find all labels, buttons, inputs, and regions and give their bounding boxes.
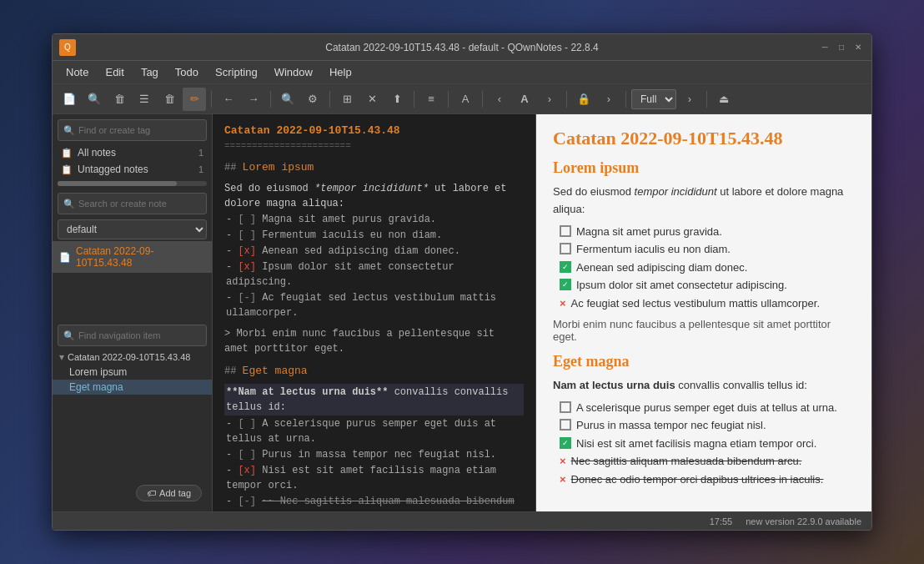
close-panel-button[interactable]: ✕: [360, 88, 384, 111]
preview-list-item: × Nec sagittis aliquam malesuada bibendu…: [560, 453, 855, 470]
find-button[interactable]: 🔍: [276, 88, 299, 111]
editor-pane: Catatan 2022-09-10T15.43.48 ============…: [213, 114, 536, 511]
font-button[interactable]: A: [513, 88, 536, 111]
menu-scripting[interactable]: Scripting: [208, 64, 264, 80]
note-icon: 📄: [59, 252, 71, 263]
sidebar: 🔍 📋 All notes 1 📋 Untagged notes 1 🔍: [53, 114, 213, 511]
replace-button[interactable]: ⚙: [301, 88, 324, 111]
menu-window[interactable]: Window: [268, 64, 319, 80]
checkbox-unchecked: [560, 419, 571, 431]
window-button[interactable]: ⊞: [335, 88, 359, 111]
separator-1: [211, 91, 212, 108]
untagged-count: 1: [198, 164, 203, 174]
edit-button[interactable]: ✏: [183, 88, 206, 111]
untagged-label: Untagged notes: [78, 164, 148, 175]
list-item-text: Ac feugiat sed lectus vestibulum mattis …: [571, 295, 820, 312]
close-button[interactable]: ✕: [851, 41, 865, 54]
list-item-text: Donec ac odio tempor orci dapibus ultric…: [571, 471, 824, 488]
menu-help[interactable]: Help: [323, 64, 359, 80]
preview-list-item: Fermentum iaculis eu non diam.: [560, 241, 855, 258]
x-marker: ×: [560, 295, 566, 312]
window-title: Catatan 2022-09-10T15.43.48 - default - …: [325, 42, 599, 53]
nav-tree-root[interactable]: ▾ Catatan 2022-09-10T15.43.48: [53, 350, 212, 365]
editor-para1: Sed do eiusmod *tempor incididunt* ut la…: [224, 181, 524, 211]
share-button[interactable]: ⬆: [385, 88, 409, 111]
tag-search-input[interactable]: [78, 125, 201, 135]
x-marker: ×: [560, 471, 566, 488]
preview-list-item: Nisi est sit amet facilisis magna etiam …: [560, 436, 855, 452]
tag-scrollbar[interactable]: [58, 181, 207, 186]
new-note-button[interactable]: 📄: [58, 88, 81, 111]
add-tag-button[interactable]: 🏷 Add tag: [136, 485, 202, 501]
nav-prev-button[interactable]: ‹: [488, 88, 511, 111]
preview-title: Catatan 2022-09-10T15.43.48: [553, 128, 855, 149]
app-icon: Q: [59, 39, 76, 56]
checkbox-checked: [560, 279, 571, 290]
editor-content[interactable]: Catatan 2022-09-10T15.43.48 ============…: [213, 114, 535, 511]
all-notes-count: 1: [198, 148, 203, 158]
editor-items1: - [ ] Magna sit amet purus gravida. - [ …: [226, 212, 524, 320]
separator-8: [625, 91, 626, 108]
menubar: Note Edit Tag Todo Scripting Window Help: [53, 61, 871, 84]
preview-h2-eget: Eget magna: [553, 353, 855, 370]
expand-button[interactable]: ›: [678, 88, 701, 111]
bullet-button[interactable]: ≡: [419, 88, 443, 111]
editor-separator: =======================: [224, 139, 524, 154]
x-marker: ×: [560, 453, 566, 470]
separator-3: [329, 91, 330, 108]
minimize-button[interactable]: ─: [818, 41, 831, 54]
preview-list-item: Aenean sed adipiscing diam donec.: [560, 259, 855, 276]
tag-search-icon: 🔍: [63, 125, 75, 136]
toolbar: 📄 🔍 🗑 ☰ 🗑 ✏ ← → 🔍 ⚙ ⊞ ✕ ⬆ ≡ A ‹ A › 🔒 › …: [53, 84, 871, 114]
list-button[interactable]: ☰: [133, 88, 156, 111]
note-search-container: 🔍: [58, 193, 207, 214]
list-item-text: A scelerisque purus semper eget duis at …: [576, 400, 837, 416]
menu-note[interactable]: Note: [59, 64, 95, 80]
nav-sub-item-lorem[interactable]: Lorem ipsum: [53, 365, 212, 380]
separator-2: [270, 91, 271, 108]
nav-search-input[interactable]: [78, 330, 201, 340]
sidebar-item-untagged[interactable]: 📋 Untagged notes 1: [53, 161, 212, 178]
editor-h2-lorem: ## Lorem ipsum: [224, 159, 524, 176]
note-item-label: Catatan 2022-09-10T15.43.48: [76, 245, 205, 269]
lock-button[interactable]: 🔒: [572, 88, 595, 111]
note-item[interactable]: 📄 Catatan 2022-09-10T15.43.48: [53, 241, 212, 273]
menu-todo[interactable]: Todo: [168, 64, 205, 80]
menu-edit[interactable]: Edit: [98, 64, 130, 80]
statusbar: 17:55 new version 22.9.0 available: [53, 511, 871, 530]
back-button[interactable]: ←: [217, 88, 240, 111]
all-notes-icon: 📋: [61, 148, 73, 159]
menu-tag[interactable]: Tag: [134, 64, 165, 80]
preview-list-item: Magna sit amet purus gravida.: [560, 224, 855, 240]
forward-button[interactable]: →: [242, 88, 265, 111]
list-item-text: Ipsum dolor sit amet consectetur adipisc…: [576, 277, 787, 294]
export-button[interactable]: ⏏: [712, 88, 736, 111]
search-button[interactable]: 🔍: [83, 88, 106, 111]
checkbox-checked: [560, 261, 571, 273]
list-item-text: Purus in massa tempor nec feugiat nisl.: [576, 417, 766, 434]
tag-search-container: 🔍: [58, 119, 207, 141]
list-item-text: Nec sagittis aliquam malesuada bibendum …: [571, 453, 802, 470]
list-item-text: Fermentum iaculis eu non diam.: [576, 241, 731, 258]
view-dropdown[interactable]: Full: [631, 89, 676, 109]
trash-button[interactable]: 🗑: [158, 88, 181, 111]
folder-select[interactable]: default: [58, 219, 207, 239]
maximize-button[interactable]: □: [835, 41, 848, 54]
note-search-icon: 🔍: [63, 199, 75, 209]
all-notes-label: All notes: [78, 147, 116, 159]
nav-sub-item-eget[interactable]: Eget magna: [53, 380, 212, 395]
list-item-text: Aenean sed adipiscing diam donec.: [576, 259, 747, 276]
checkbox-unchecked: [560, 401, 571, 413]
lock-next-button[interactable]: ›: [597, 88, 620, 111]
delete-note-button[interactable]: 🗑: [108, 88, 131, 111]
format-button[interactable]: A: [454, 88, 477, 111]
untagged-icon: 📋: [61, 164, 73, 175]
separator-7: [566, 91, 567, 108]
sidebar-item-all-notes[interactable]: 📋 All notes 1: [53, 144, 212, 161]
nav-next-button[interactable]: ›: [538, 88, 561, 111]
nav-sub-eget-label: Eget magna: [69, 381, 123, 393]
nav-sub-lorem-label: Lorem ipsum: [69, 366, 127, 378]
preview-para2: Nam at lectus urna duis convallis conval…: [553, 377, 855, 395]
note-search-input[interactable]: [78, 199, 201, 209]
window-controls: ─ □ ✕: [818, 41, 865, 54]
